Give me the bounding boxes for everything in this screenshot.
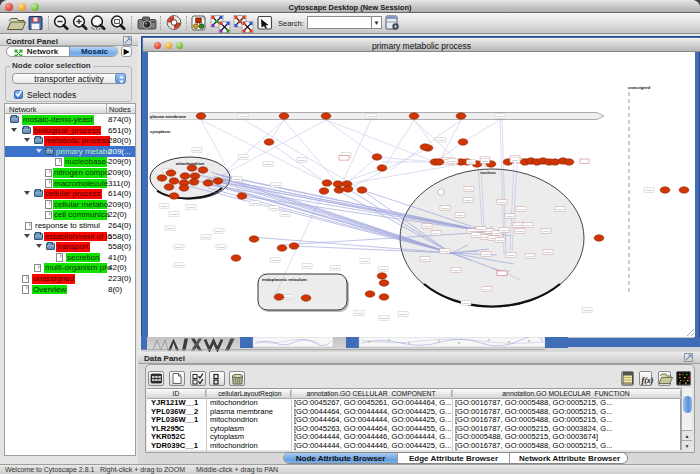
svg-text:unassigned: unassigned [628,85,651,90]
svg-text:plasma membrane: plasma membrane [150,114,187,119]
svg-text:endoplasmic reticulum: endoplasmic reticulum [262,277,307,282]
svg-text:nucleus: nucleus [480,170,496,175]
svg-text:f(x): f(x) [642,376,654,385]
svg-text:cytoplasm: cytoplasm [150,129,171,134]
